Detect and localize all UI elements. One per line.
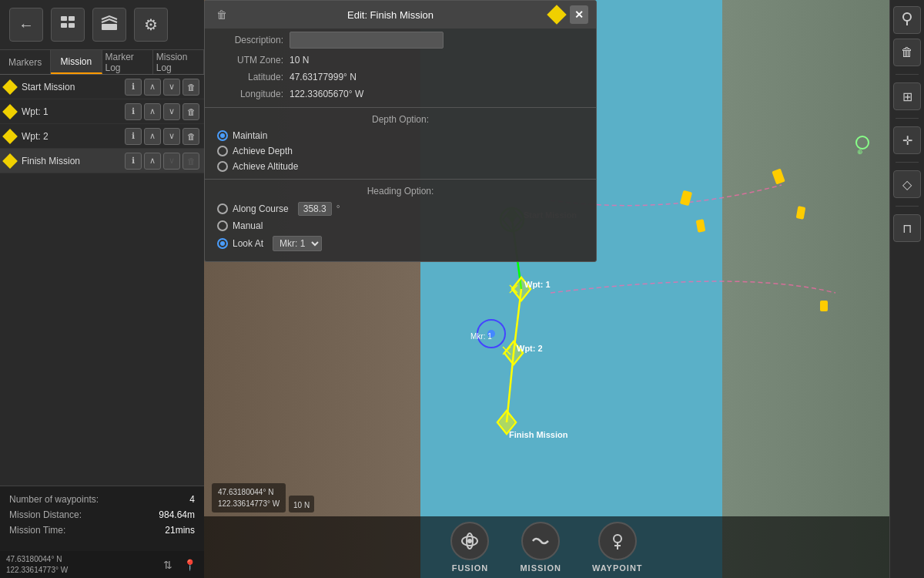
heading-radio-manual[interactable] (217, 220, 228, 231)
tab-marker-log[interactable]: Marker Log (102, 50, 153, 74)
waypoint-up-1[interactable]: ∧ (144, 103, 161, 120)
edit-latitude-row: Latitude: 47.63177999° N (205, 69, 596, 86)
right-toolbar: 🗑 ⊞ ✛ ◇ ⊓ (889, 0, 924, 578)
waypoint-delete-3[interactable]: 🗑 (182, 153, 199, 170)
tab-markers[interactable]: Markers (0, 50, 51, 74)
edit-longitude-row: Longitude: 122.33605670° W (205, 86, 596, 102)
utm-badge-map: 10 N (289, 496, 314, 512)
waypoint-down-1[interactable]: ∨ (163, 103, 180, 120)
svg-point-40 (467, 539, 472, 543)
waypoint-diamond-2 (2, 129, 18, 144)
waypoint-item-2[interactable]: Wpt: 2 ℹ ∧ ∨ 🗑 (0, 124, 204, 149)
rt-diamond-icon: ◇ (902, 177, 912, 192)
waypoint-down-3[interactable]: ∨ (163, 153, 180, 170)
tab-bar: Markers Mission Marker Log Mission Log (0, 50, 204, 75)
waypoint-delete-2[interactable]: 🗑 (182, 128, 199, 145)
depth-radio-maintain[interactable] (217, 130, 228, 141)
map-coords-overlay: 47.63180044° N 122.33614773° W (212, 483, 286, 512)
svg-rect-4 (102, 24, 117, 30)
rt-grid-button[interactable]: ⊞ (893, 82, 921, 110)
svg-point-41 (614, 535, 621, 543)
fusion-label: FUSION (452, 563, 489, 573)
heading-option-manual[interactable]: Manual (205, 218, 596, 234)
waypoint-delete-1[interactable]: 🗑 (182, 103, 199, 120)
tab-mission-log[interactable]: Mission Log (153, 50, 204, 74)
map-longitude-display: 122.33614773° W (218, 498, 280, 509)
rt-crosshair-icon: ✛ (902, 133, 912, 148)
map-area[interactable]: Start Mission Wpt: 1 Mkr: 1 Wpt: 2 Finis… (204, 0, 924, 578)
waypoint-delete-0[interactable]: 🗑 (182, 79, 199, 96)
waypoint-up-0[interactable]: ∧ (144, 79, 161, 96)
rt-path-button[interactable]: ⊓ (893, 214, 921, 242)
rt-path-icon: ⊓ (902, 221, 912, 236)
edit-panel-header: 🗑 Edit: Finish Mission ✕ (205, 1, 596, 29)
depth-option-altitude[interactable]: Achieve Altitude (205, 159, 596, 174)
rt-trash-button[interactable]: 🗑 (893, 39, 921, 66)
settings-button[interactable]: ⚙ (134, 8, 168, 42)
rt-pin-icon (899, 11, 915, 29)
waypoint-item-0[interactable]: Start Mission ℹ ∧ ∨ 🗑 (0, 75, 204, 99)
rt-trash-icon: 🗑 (901, 45, 913, 59)
mission-distance-label: Mission Distance: (9, 509, 82, 520)
waypoint-item-3[interactable]: Finish Mission ℹ ∧ ∨ 🗑 (0, 149, 204, 173)
edit-description-input[interactable] (290, 32, 444, 49)
pin-icon[interactable]: 📍 (181, 556, 198, 573)
fusion-icon (450, 522, 489, 560)
map-bottom-bar: FUSION MISSION WAYPOINT (204, 516, 889, 578)
heading-radio-along[interactable] (217, 203, 228, 214)
waypoint-up-2[interactable]: ∧ (144, 128, 161, 145)
rt-divider-2 (896, 118, 919, 119)
back-button[interactable]: ← (9, 8, 43, 42)
tab-mission[interactable]: Mission (51, 50, 102, 74)
waypoint-item-1[interactable]: Wpt: 1 ℹ ∧ ∨ 🗑 (0, 99, 204, 124)
waypoint-info-3[interactable]: ℹ (125, 153, 142, 170)
waypoint-actions-0: ℹ ∧ ∨ 🗑 (125, 79, 199, 96)
footer-coords: 47.63180044° N 122.33614773° W (6, 554, 68, 576)
heading-radio-lookat[interactable] (217, 238, 228, 249)
waypoint-info-1[interactable]: ℹ (125, 103, 142, 120)
edit-description-row: Description: (205, 29, 596, 52)
settings-icon: ⚙ (144, 15, 158, 34)
svg-point-36 (903, 13, 911, 21)
fusion-action[interactable]: FUSION (450, 522, 489, 573)
mission-time-label: Mission Time: (9, 525, 65, 536)
mission-time-row: Mission Time: 21mins (9, 525, 195, 536)
heading-option-along[interactable]: Along Course 358.3 ° (205, 200, 596, 218)
waypoint-info-2[interactable]: ℹ (125, 128, 142, 145)
depth-option-maintain[interactable]: Maintain (205, 128, 596, 143)
depth-radio-achieve[interactable] (217, 146, 228, 156)
waypoint-down-2[interactable]: ∨ (163, 128, 180, 145)
edit-close-button[interactable]: ✕ (570, 5, 588, 24)
waypoint-actions-2: ℹ ∧ ∨ 🗑 (125, 128, 199, 145)
heading-label-manual: Manual (233, 220, 263, 231)
rt-crosshair-button[interactable]: ✛ (893, 126, 921, 154)
waypoint-up-3[interactable]: ∧ (144, 153, 161, 170)
waypoint-action[interactable]: WAYPOINT (592, 522, 643, 573)
edit-trash-button[interactable]: 🗑 (213, 5, 231, 24)
waypoint-info-0[interactable]: ℹ (125, 79, 142, 96)
top-toolbar: ← ⚙ (0, 0, 204, 50)
back-icon: ← (18, 16, 34, 34)
rt-pin-button[interactable] (893, 6, 921, 34)
edit-utm-label: UTM Zone: (214, 55, 283, 66)
rt-divider-1 (896, 74, 919, 75)
export-button[interactable] (92, 8, 126, 42)
depth-radio-altitude[interactable] (217, 161, 228, 172)
heading-select-lookat[interactable]: Mkr: 1 (273, 236, 322, 251)
heading-option-lookat[interactable]: Look At Mkr: 1 (205, 234, 596, 254)
export-icon (99, 15, 119, 35)
waypoint-actions-1: ℹ ∧ ∨ 🗑 (125, 103, 199, 120)
depth-label-achieve: Achieve Depth (233, 146, 293, 156)
svg-rect-1 (69, 16, 75, 21)
num-waypoints-row: Number of waypoints: 4 (9, 494, 195, 505)
waypoint-down-0[interactable]: ∨ (163, 79, 180, 96)
rt-divider-3 (896, 162, 919, 163)
mission-label: MISSION (520, 563, 561, 573)
num-waypoints-label: Number of waypoints: (9, 494, 99, 505)
edit-latitude-label: Latitude: (214, 72, 283, 82)
sort-icon[interactable]: ⇅ (159, 556, 176, 573)
import-button[interactable] (51, 8, 85, 42)
mission-action[interactable]: MISSION (520, 522, 561, 573)
depth-option-achieve[interactable]: Achieve Depth (205, 143, 596, 159)
rt-diamond-button[interactable]: ◇ (893, 170, 921, 198)
